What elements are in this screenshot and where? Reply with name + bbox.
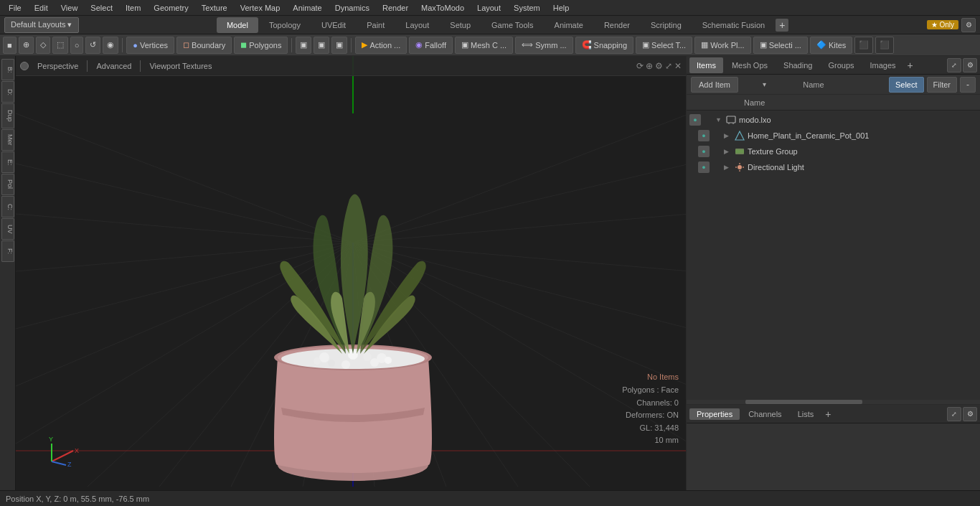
- sidebar-btn-mer[interactable]: Mer: [1, 129, 14, 151]
- vertices-btn[interactable]: ● Vertices: [126, 37, 174, 54]
- tab-paint[interactable]: Paint: [357, 17, 395, 33]
- polygons-btn[interactable]: ◼ Polygons: [234, 37, 288, 54]
- tab-topology[interactable]: Topology: [259, 17, 311, 33]
- menu-dynamics[interactable]: Dynamics: [329, 2, 375, 14]
- select-btn[interactable]: Select: [889, 77, 924, 93]
- tool-box[interactable]: ⬚: [52, 37, 68, 54]
- sidebar-btn-uv[interactable]: UV: [1, 218, 14, 240]
- add-item-btn[interactable]: Add Item: [691, 77, 738, 93]
- sidebar-btn-f[interactable]: F:: [1, 240, 14, 262]
- symm-btn[interactable]: ⟺ Symm ...: [515, 37, 573, 54]
- tree-item-texture[interactable]: ● ▶ Texture Group: [687, 144, 980, 159]
- viewport-textures-btn[interactable]: Viewport Textures: [145, 60, 216, 72]
- tool-dark2[interactable]: ⬛: [875, 37, 894, 54]
- action-btn[interactable]: ▶ Action ...: [355, 37, 407, 54]
- snapping-btn[interactable]: 🧲 Snapping: [575, 37, 634, 54]
- expand-root[interactable]: ▼: [715, 116, 725, 123]
- tab-gametools[interactable]: Game Tools: [481, 17, 544, 33]
- tree-item-light[interactable]: ● ▶ Directional Light: [687, 159, 980, 175]
- menu-file[interactable]: File: [3, 2, 27, 14]
- filter-btn[interactable]: Filter: [927, 77, 957, 93]
- items-scrollbar[interactable]: [687, 400, 980, 404]
- tab-shading[interactable]: Shading: [776, 57, 819, 73]
- menu-texture[interactable]: Texture: [196, 2, 233, 14]
- menu-render[interactable]: Render: [377, 2, 414, 14]
- falloff-btn[interactable]: ◉ Falloff: [409, 37, 453, 54]
- menu-maxtomodo[interactable]: MaxToModo: [415, 2, 470, 14]
- mesh-c-btn[interactable]: ▣ Mesh C ...: [455, 37, 513, 54]
- prop-expand-btn[interactable]: ⤢: [947, 407, 961, 421]
- perspective-btn[interactable]: Perspective: [33, 60, 83, 72]
- tab-images[interactable]: Images: [863, 57, 903, 73]
- tab-groups[interactable]: Groups: [821, 57, 861, 73]
- items-minus-btn[interactable]: -: [960, 77, 976, 93]
- tool-quad[interactable]: ■: [3, 37, 17, 54]
- add-panel-tab-btn[interactable]: +: [905, 60, 916, 71]
- viewport[interactable]: Perspective Advanced Viewport Textures ⟳…: [16, 56, 686, 490]
- sidebar-btn-pol[interactable]: Pol: [1, 174, 14, 195]
- kites-btn[interactable]: 🔷 Kites: [810, 37, 852, 54]
- tool-sq1[interactable]: ▣: [296, 37, 311, 54]
- tab-model[interactable]: Model: [217, 17, 258, 33]
- tab-mesh-ops[interactable]: Mesh Ops: [725, 57, 775, 73]
- prop-tab-properties[interactable]: Properties: [689, 408, 740, 420]
- tree-item-mesh[interactable]: ● ▶ Home_Plant_in_Ceramic_Pot_001: [687, 128, 980, 144]
- tab-items[interactable]: Items: [689, 57, 723, 73]
- tab-animate[interactable]: Animate: [545, 17, 593, 33]
- main-area: B: D: Dup Mer E: Pol C: UV F:: [0, 56, 980, 490]
- tree-item-root[interactable]: ● ▼ modo.lxo: [687, 112, 980, 128]
- tab-schematicfusion[interactable]: Schematic Fusion: [692, 17, 775, 33]
- settings-icon-btn[interactable]: ⚙: [961, 18, 976, 32]
- tab-render[interactable]: Render: [594, 17, 640, 33]
- tool-target[interactable]: ◉: [103, 37, 118, 54]
- tab-setup[interactable]: Setup: [440, 17, 481, 33]
- default-layouts-dropdown[interactable]: Default Layouts ▾: [4, 17, 79, 33]
- prop-tab-channels[interactable]: Channels: [741, 408, 788, 420]
- menu-geometry[interactable]: Geometry: [148, 2, 194, 14]
- prop-settings-btn[interactable]: ⚙: [963, 407, 977, 421]
- work-pl-btn[interactable]: ▦ Work Pl...: [694, 37, 750, 54]
- advanced-btn[interactable]: Advanced: [92, 60, 136, 72]
- tool-rotate[interactable]: ↺: [85, 37, 100, 54]
- panel-settings-btn[interactable]: ⚙: [963, 58, 977, 72]
- lock-icon-texture: [711, 146, 722, 157]
- sidebar-btn-dup[interactable]: Dup: [1, 103, 14, 128]
- add-layout-tab-btn[interactable]: +: [776, 19, 788, 32]
- eye-toggle-texture[interactable]: ●: [698, 146, 710, 157]
- menu-layout[interactable]: Layout: [471, 2, 507, 14]
- tool-sq3[interactable]: ▣: [331, 37, 347, 54]
- prop-tab-lists[interactable]: Lists: [791, 408, 821, 420]
- expand-mesh[interactable]: ▶: [724, 132, 734, 139]
- sidebar-btn-d[interactable]: D:: [1, 81, 14, 103]
- menu-system[interactable]: System: [508, 2, 546, 14]
- sidebar-btn-c[interactable]: C:: [1, 196, 14, 217]
- sidebar-btn-e[interactable]: E:: [1, 151, 14, 173]
- tool-plus[interactable]: ⊕: [19, 37, 34, 54]
- expand-light[interactable]: ▶: [724, 164, 734, 171]
- menu-view[interactable]: View: [55, 2, 84, 14]
- eye-toggle-light[interactable]: ●: [698, 161, 710, 173]
- tab-scripting[interactable]: Scripting: [641, 17, 692, 33]
- tool-circle[interactable]: ○: [70, 37, 84, 54]
- panel-expand-btn[interactable]: ⤢: [947, 58, 961, 72]
- eye-toggle-root[interactable]: ●: [689, 114, 701, 126]
- menu-select[interactable]: Select: [85, 2, 118, 14]
- eye-toggle-mesh[interactable]: ●: [698, 130, 710, 141]
- menu-animate[interactable]: Animate: [287, 2, 327, 14]
- menu-help[interactable]: Help: [547, 2, 575, 14]
- tool-sq2[interactable]: ▣: [314, 37, 329, 54]
- menu-vertexmap[interactable]: Vertex Map: [235, 2, 286, 14]
- select-t-btn[interactable]: ▣ Select T...: [636, 37, 692, 54]
- selecti-btn[interactable]: ▣ Selecti ...: [753, 37, 808, 54]
- expand-texture[interactable]: ▶: [724, 148, 734, 155]
- svg-point-38: [370, 358, 379, 367]
- tab-layout[interactable]: Layout: [395, 17, 439, 33]
- menu-edit[interactable]: Edit: [29, 2, 54, 14]
- tool-diamond[interactable]: ◇: [36, 37, 50, 54]
- boundary-btn[interactable]: ◻ Boundary: [176, 37, 232, 54]
- prop-add-btn[interactable]: +: [822, 408, 834, 420]
- menu-item[interactable]: Item: [120, 2, 146, 14]
- tool-dark1[interactable]: ⬛: [854, 37, 873, 54]
- sidebar-btn-b[interactable]: B:: [1, 59, 14, 80]
- tab-uvedit[interactable]: UVEdit: [311, 17, 356, 33]
